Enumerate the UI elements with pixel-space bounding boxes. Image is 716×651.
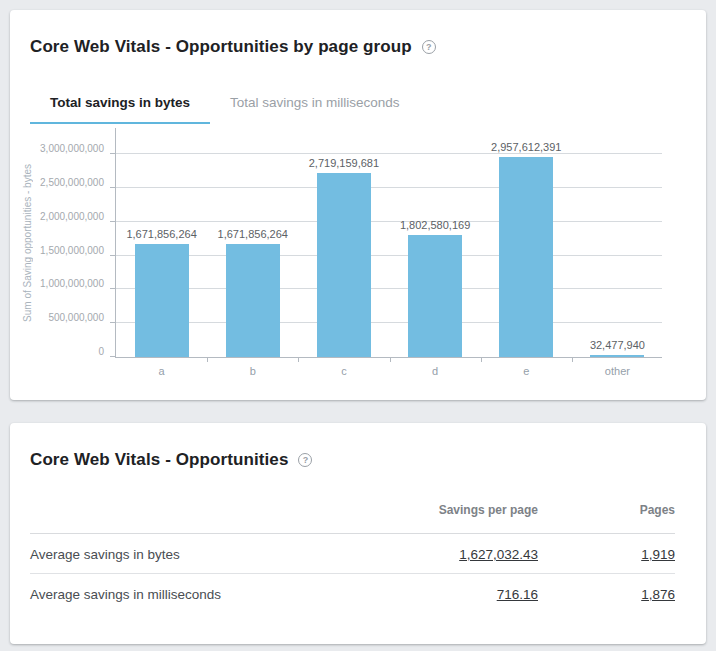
row-label: Average savings in milliseconds	[30, 574, 370, 614]
bar-chart: Sum of Saving opportunities - bytes 0500…	[30, 124, 686, 386]
header-pages: Pages	[538, 471, 675, 534]
chart-card-header: Core Web Vitals - Opportunities by page …	[30, 36, 686, 58]
bar-d[interactable]	[408, 235, 462, 357]
bar-value-label: 2,719,159,681	[309, 157, 379, 169]
bar-a[interactable]	[135, 244, 189, 357]
pages-value[interactable]: 1,876	[641, 587, 675, 602]
y-axis-title-box: Sum of Saving opportunities - bytes	[18, 128, 36, 358]
savings-per-page-value[interactable]: 1,627,032.43	[459, 547, 538, 562]
table-row: Average savings in bytes 1,627,032.43 1,…	[30, 534, 675, 574]
savings-per-page-value[interactable]: 716.16	[497, 587, 538, 602]
gridline	[116, 153, 662, 154]
y-axis-tick	[110, 255, 116, 256]
plot-area: 0500,000,0001,000,000,0001,500,000,0002,…	[115, 128, 662, 358]
y-tick-label: 2,000,000,000	[40, 210, 104, 221]
chart-tabs: Total savings in bytes Total savings in …	[30, 82, 686, 124]
table-card-title: Core Web Vitals - Opportunities	[30, 450, 288, 470]
bar-value-label: 1,671,856,264	[218, 228, 288, 240]
tab-total-savings-in-bytes[interactable]: Total savings in bytes	[30, 82, 210, 124]
header-empty	[30, 471, 370, 534]
x-axis-tick	[481, 357, 482, 362]
x-axis-tick	[298, 357, 299, 362]
x-category-label: b	[250, 365, 256, 377]
x-axis-tick	[572, 357, 573, 362]
bar-b[interactable]	[226, 244, 280, 357]
bar-value-label: 2,957,612,391	[491, 141, 561, 153]
y-tick-label: 1,500,000,000	[40, 244, 104, 255]
x-category-label: c	[341, 365, 347, 377]
gridline	[116, 255, 662, 256]
x-category-label: other	[605, 365, 630, 377]
y-axis-tick	[110, 153, 116, 154]
bar-value-label: 1,802,580,169	[400, 219, 470, 231]
y-axis-tick	[110, 221, 116, 222]
gridline	[116, 288, 662, 289]
table-row: Average savings in milliseconds 716.16 1…	[30, 574, 675, 614]
table-card-header: Core Web Vitals - Opportunities ?	[30, 449, 686, 471]
x-axis-tick	[390, 357, 391, 362]
y-axis-title: Sum of Saving opportunities - bytes	[22, 164, 33, 322]
header-savings-per-page: Savings per page	[370, 471, 538, 534]
y-tick-label: 500,000,000	[48, 312, 104, 323]
y-tick-label: 3,000,000,000	[40, 143, 104, 154]
table-header-row: Savings per page Pages	[30, 471, 675, 534]
gridline	[116, 187, 662, 188]
bar-value-label: 32,477,940	[590, 339, 645, 351]
tab-total-savings-in-milliseconds[interactable]: Total savings in milliseconds	[210, 82, 420, 124]
y-tick-label: 0	[98, 346, 104, 357]
bar-e[interactable]	[499, 157, 553, 357]
row-label: Average savings in bytes	[30, 534, 370, 574]
y-tick-label: 1,000,000,000	[40, 278, 104, 289]
x-category-label: a	[159, 365, 165, 377]
bar-other[interactable]	[590, 355, 644, 357]
bar-c[interactable]	[317, 173, 371, 357]
x-axis-tick	[207, 357, 208, 362]
opportunities-table: Savings per page Pages Average savings i…	[30, 471, 675, 613]
y-axis-tick	[110, 356, 116, 357]
bar-value-label: 1,671,856,264	[126, 228, 196, 240]
y-axis-tick	[110, 187, 116, 188]
gridline	[116, 221, 662, 222]
chart-card-title: Core Web Vitals - Opportunities by page …	[30, 37, 412, 57]
pages-value[interactable]: 1,919	[641, 547, 675, 562]
x-category-label: e	[523, 365, 529, 377]
y-axis-tick	[110, 288, 116, 289]
y-tick-label: 2,500,000,000	[40, 176, 104, 187]
dashboard-page: Core Web Vitals - Opportunities by page …	[0, 0, 716, 651]
help-icon[interactable]: ?	[298, 453, 312, 467]
chart-card: Core Web Vitals - Opportunities by page …	[10, 10, 706, 400]
opportunities-table-card: Core Web Vitals - Opportunities ? Saving…	[10, 423, 706, 644]
help-icon[interactable]: ?	[422, 40, 436, 54]
gridline	[116, 322, 662, 323]
y-axis-tick	[110, 322, 116, 323]
x-category-label: d	[432, 365, 438, 377]
